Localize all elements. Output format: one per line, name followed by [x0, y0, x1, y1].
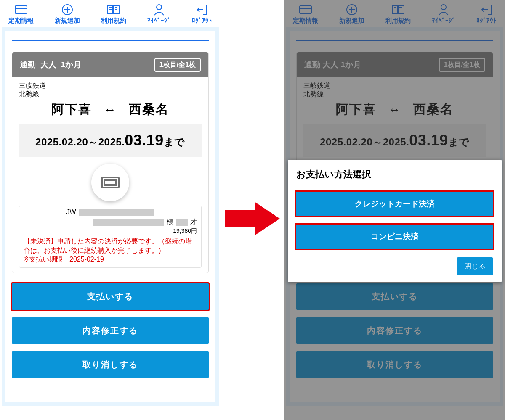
- top-nav: 定期情報 新規追加 利用規約 ﾏｲﾍﾟｰｼﾞ ﾛｸﾞｱｳﾄ: [0, 0, 221, 26]
- flow-arrow-icon: [225, 202, 280, 235]
- svg-rect-0: [15, 6, 27, 13]
- nav-mypage[interactable]: ﾏｲﾍﾟｰｼﾞ: [147, 3, 171, 25]
- convenience-store-button[interactable]: コンビニ決済: [296, 225, 493, 249]
- edit-button[interactable]: 内容修正する: [12, 317, 209, 344]
- book-icon: [106, 3, 121, 17]
- pass-card: 通勤 大人 1か月 1枚目/全1枚 三岐鉄道 北勢線 阿下喜 ↔ 西桑名: [12, 52, 209, 273]
- nav-label: 利用規約: [101, 17, 126, 25]
- user-icon: [153, 3, 165, 17]
- nav-label: ﾛｸﾞｱｳﾄ: [192, 17, 212, 24]
- nav-label: 定期情報: [8, 17, 34, 25]
- svg-point-9: [157, 5, 162, 10]
- payment-method-modal: お支払い方法選択 クレジットカード決済 コンビニ決済 閉じる: [288, 160, 502, 282]
- age-type: 大人: [40, 60, 56, 69]
- masked-field: [176, 219, 188, 226]
- close-button[interactable]: 閉じる: [457, 257, 493, 275]
- svg-rect-12: [104, 180, 116, 185]
- pass-card-header: 通勤 大人 1か月 1枚目/全1枚: [12, 52, 208, 77]
- divider: [12, 40, 209, 41]
- station-from: 阿下喜: [51, 101, 92, 118]
- sheet-count: 1枚目/全1枚: [154, 58, 201, 72]
- nav-add[interactable]: 新規追加: [55, 3, 80, 25]
- pay-button[interactable]: 支払いする: [12, 283, 209, 310]
- nav-label: 新規追加: [55, 17, 80, 25]
- fare-type: 通勤: [20, 60, 36, 69]
- card-icon: [14, 3, 28, 17]
- logout-icon: [196, 3, 208, 17]
- rail-line: 北勢線: [19, 90, 202, 98]
- masked-field: [93, 219, 164, 226]
- modal-title: お支払い方法選択: [296, 168, 493, 181]
- valid-period: 2025.02.20～2025.03.19まで: [19, 124, 202, 157]
- plus-circle-icon: [61, 3, 74, 17]
- duration: 1か月: [61, 60, 81, 69]
- rail-company: 三岐鉄道: [19, 82, 202, 90]
- price: 19,380円: [24, 227, 197, 235]
- bidir-arrow-icon: ↔: [104, 103, 117, 117]
- svg-marker-13: [225, 202, 280, 235]
- masked-field: [79, 209, 154, 216]
- station-to: 西桑名: [129, 101, 169, 118]
- credit-card-button[interactable]: クレジットカード決済: [296, 192, 493, 216]
- age-unit: 才: [190, 218, 197, 227]
- nav-terms[interactable]: 利用規約: [101, 3, 126, 25]
- unpaid-warning: 【未決済】申請した内容の決済が必要です。（継続の場合は、お支払い後に継続購入が完…: [24, 237, 197, 264]
- route: 阿下喜 ↔ 西桑名: [19, 101, 202, 118]
- nav-pass-info[interactable]: 定期情報: [8, 3, 34, 25]
- ticket-icon: [91, 164, 129, 201]
- nav-label: ﾏｲﾍﾟｰｼﾞ: [147, 17, 171, 24]
- cancel-button[interactable]: 取り消しする: [12, 351, 209, 378]
- honorific: 様: [167, 218, 173, 227]
- screen-before: 定期情報 新規追加 利用規約 ﾏｲﾍﾟｰｼﾞ ﾛｸﾞｱｳﾄ: [0, 0, 221, 420]
- screen-after: 定期情報 新規追加 利用規約 ﾏｲﾍﾟｰｼﾞ ﾛｸﾞｱｳﾄ 通勤 大人 1か月 …: [284, 0, 505, 420]
- ref-prefix: JW: [66, 209, 76, 216]
- nav-logout[interactable]: ﾛｸﾞｱｳﾄ: [192, 3, 212, 25]
- applicant-box: JW 様 才 19,380円 【未決済】申請した内容の: [19, 206, 202, 268]
